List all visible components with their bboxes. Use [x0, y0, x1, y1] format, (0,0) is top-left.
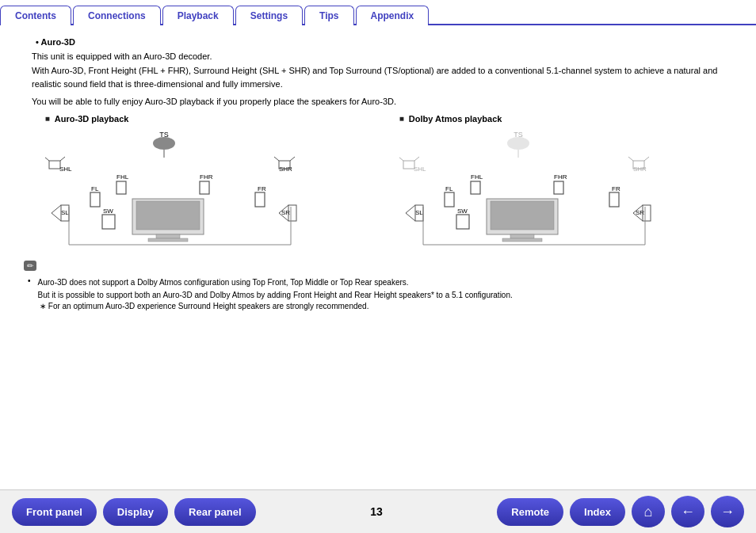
- tab-tips[interactable]: Tips: [304, 6, 353, 25]
- svg-rect-20: [148, 238, 188, 242]
- note-line1: Auro-3D does not support a Dolby Atmos c…: [38, 278, 409, 287]
- navigation-tabs: Contents Connections Playback Settings T…: [0, 0, 756, 25]
- auro3d-svg: TS SHL SHR FHL: [45, 128, 315, 254]
- svg-text:FL: FL: [91, 185, 99, 192]
- svg-text:SL: SL: [61, 209, 69, 216]
- home-button[interactable]: ⌂: [632, 496, 665, 527]
- svg-text:SL: SL: [415, 209, 423, 216]
- note-line2: But it is possible to support both an Au…: [38, 291, 513, 299]
- svg-text:FHR: FHR: [200, 173, 213, 181]
- tab-appendix[interactable]: Appendix: [356, 6, 430, 25]
- svg-line-10: [290, 157, 295, 161]
- forward-button[interactable]: →: [711, 496, 744, 527]
- svg-rect-56: [502, 238, 542, 242]
- svg-rect-18: [136, 201, 200, 230]
- diagrams-section: Auro-3D playback TS SHL SHR: [24, 114, 732, 254]
- front-panel-button[interactable]: Front panel: [12, 498, 97, 526]
- index-button[interactable]: Index: [570, 498, 625, 526]
- svg-rect-48: [471, 181, 480, 194]
- svg-text:SW: SW: [457, 207, 468, 215]
- svg-rect-4: [49, 161, 60, 169]
- enjoy-text: You will be able to fully enjoy Auro-3D …: [32, 97, 740, 106]
- page-number: 13: [262, 505, 491, 518]
- note-asterisk: ∗ For an optimum Auro-3D experience Surr…: [40, 302, 732, 310]
- tab-settings[interactable]: Settings: [235, 6, 303, 25]
- svg-line-5: [45, 157, 49, 161]
- svg-rect-19: [156, 234, 180, 238]
- svg-line-9: [274, 157, 279, 161]
- dolby-label: Dolby Atmos playback: [399, 114, 502, 124]
- auro3d-label: Auro-3D playback: [45, 114, 129, 124]
- svg-rect-58: [445, 192, 454, 207]
- back-button[interactable]: ←: [671, 496, 704, 527]
- auro3d-diagram: Auro-3D playback TS SHL SHR: [45, 114, 357, 254]
- svg-text:FHL: FHL: [471, 173, 483, 181]
- dolby-svg: TS SHL SHR FHL: [399, 128, 669, 254]
- svg-line-62: [406, 205, 415, 213]
- svg-line-45: [628, 157, 633, 161]
- svg-text:FHR: FHR: [554, 173, 567, 181]
- svg-line-42: [414, 157, 419, 161]
- svg-line-26: [52, 205, 61, 213]
- svg-rect-50: [554, 181, 563, 194]
- svg-rect-60: [456, 215, 469, 229]
- main-content: Auro-3D This unit is equipped with an Au…: [0, 33, 756, 314]
- svg-line-6: [60, 157, 65, 161]
- svg-rect-12: [116, 181, 126, 194]
- svg-rect-52: [609, 192, 619, 207]
- svg-text:FR: FR: [612, 185, 620, 192]
- svg-rect-54: [491, 201, 554, 230]
- svg-rect-22: [90, 192, 100, 207]
- svg-rect-14: [200, 181, 209, 194]
- note-section: ✏ • Auro-3D does not support a Dolby Atm…: [16, 261, 740, 310]
- note-icon: ✏: [24, 261, 36, 271]
- svg-rect-24: [102, 215, 115, 229]
- svg-line-46: [644, 157, 649, 161]
- tab-playback[interactable]: Playback: [162, 6, 234, 25]
- tab-contents[interactable]: Contents: [0, 6, 71, 25]
- svg-text:SHL: SHL: [59, 166, 72, 173]
- svg-line-63: [406, 213, 415, 221]
- rear-panel-button[interactable]: Rear panel: [174, 498, 255, 526]
- svg-rect-16: [255, 192, 265, 207]
- svg-text:SW: SW: [103, 207, 113, 215]
- svg-text:FL: FL: [445, 185, 453, 192]
- description-text: This unit is equipped with an Auro-3D de…: [32, 50, 740, 92]
- dolby-diagram: Dolby Atmos playback TS SHL SHR: [399, 114, 711, 254]
- svg-text:FR: FR: [258, 185, 266, 192]
- svg-rect-40: [403, 161, 414, 169]
- display-button[interactable]: Display: [103, 498, 168, 526]
- bottom-navigation: Front panel Display Rear panel 13 Remote…: [0, 489, 756, 533]
- svg-point-1: [153, 137, 175, 150]
- svg-line-27: [52, 213, 61, 221]
- remote-button[interactable]: Remote: [497, 498, 563, 526]
- svg-text:FHL: FHL: [116, 173, 129, 181]
- tab-connections[interactable]: Connections: [73, 6, 161, 25]
- svg-point-37: [507, 137, 529, 150]
- svg-rect-55: [510, 234, 534, 238]
- section-title: Auro-3D: [28, 37, 740, 47]
- svg-line-41: [399, 157, 403, 161]
- svg-text:SHL: SHL: [414, 166, 426, 173]
